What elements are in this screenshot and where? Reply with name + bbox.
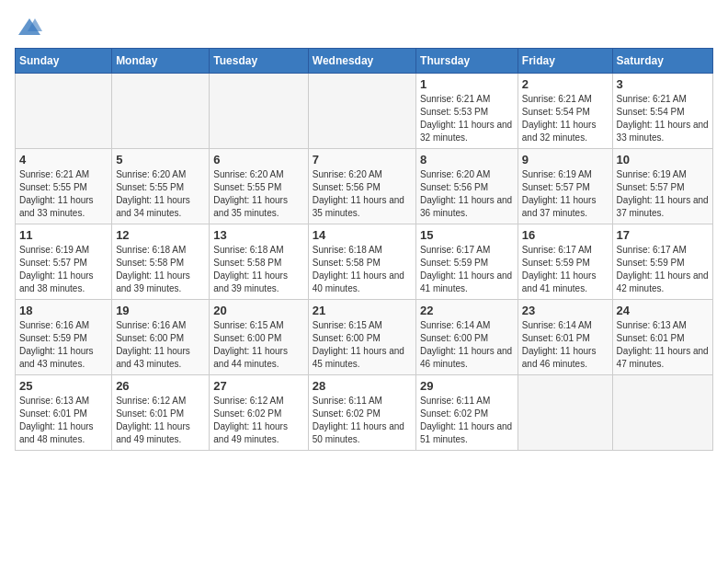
calendar-cell: 13Sunrise: 6:18 AMSunset: 5:58 PMDayligh… [210,224,308,300]
calendar-cell: 24Sunrise: 6:13 AMSunset: 6:01 PMDayligh… [612,300,712,375]
day-number: 17 [617,228,709,242]
day-number: 21 [313,304,412,317]
calendar-cell [16,74,112,149]
day-info: Sunrise: 6:12 AMSunset: 6:01 PMDaylight:… [116,395,205,446]
day-header-wednesday: Wednesday [308,49,415,74]
header-row: SundayMondayTuesdayWednesdayThursdayFrid… [16,49,713,74]
calendar-cell: 28Sunrise: 6:11 AMSunset: 6:02 PMDayligh… [308,375,415,451]
day-info: Sunrise: 6:20 AMSunset: 5:56 PMDaylight:… [420,168,514,220]
calendar-cell: 20Sunrise: 6:15 AMSunset: 6:00 PMDayligh… [210,300,308,375]
day-info: Sunrise: 6:15 AMSunset: 6:00 PMDaylight:… [313,319,412,371]
day-number: 9 [522,153,609,167]
day-info: Sunrise: 6:13 AMSunset: 6:01 PMDaylight:… [19,395,108,446]
day-header-thursday: Thursday [416,49,518,74]
day-info: Sunrise: 6:11 AMSunset: 6:02 PMDaylight:… [313,395,412,446]
calendar-table: SundayMondayTuesdayWednesdayThursdayFrid… [15,48,713,451]
calendar-cell: 18Sunrise: 6:16 AMSunset: 5:59 PMDayligh… [16,300,112,375]
day-info: Sunrise: 6:15 AMSunset: 6:00 PMDaylight:… [213,319,303,371]
calendar-cell: 22Sunrise: 6:14 AMSunset: 6:00 PMDayligh… [416,300,518,375]
calendar-cell: 26Sunrise: 6:12 AMSunset: 6:01 PMDayligh… [112,375,210,451]
day-info: Sunrise: 6:14 AMSunset: 6:01 PMDaylight:… [522,319,609,371]
calendar-cell: 27Sunrise: 6:12 AMSunset: 6:02 PMDayligh… [210,375,308,451]
day-number: 7 [313,153,412,167]
day-number: 28 [313,379,412,393]
day-number: 22 [420,304,514,317]
day-info: Sunrise: 6:18 AMSunset: 5:58 PMDaylight:… [313,244,412,295]
week-row-4: 18Sunrise: 6:16 AMSunset: 5:59 PMDayligh… [16,300,713,375]
calendar-cell: 4Sunrise: 6:21 AMSunset: 5:55 PMDaylight… [16,149,112,224]
day-number: 24 [617,304,709,317]
day-info: Sunrise: 6:20 AMSunset: 5:55 PMDaylight:… [213,168,303,220]
calendar-cell [112,74,210,149]
day-info: Sunrise: 6:19 AMSunset: 5:57 PMDaylight:… [617,168,709,220]
day-info: Sunrise: 6:21 AMSunset: 5:54 PMDaylight:… [522,93,609,144]
day-number: 20 [213,304,303,317]
week-row-1: 1Sunrise: 6:21 AMSunset: 5:53 PMDaylight… [16,74,713,149]
day-info: Sunrise: 6:18 AMSunset: 5:58 PMDaylight:… [116,244,205,295]
day-number: 1 [420,77,514,91]
calendar-cell: 10Sunrise: 6:19 AMSunset: 5:57 PMDayligh… [612,149,712,224]
week-row-3: 11Sunrise: 6:19 AMSunset: 5:57 PMDayligh… [16,224,713,300]
day-header-saturday: Saturday [612,49,712,74]
calendar-cell: 14Sunrise: 6:18 AMSunset: 5:58 PMDayligh… [308,224,415,300]
calendar-cell: 17Sunrise: 6:17 AMSunset: 5:59 PMDayligh… [612,224,712,300]
calendar-cell: 1Sunrise: 6:21 AMSunset: 5:53 PMDaylight… [416,74,518,149]
calendar-cell [308,74,415,149]
day-number: 16 [522,228,609,242]
day-number: 11 [19,228,108,242]
calendar-cell: 2Sunrise: 6:21 AMSunset: 5:54 PMDaylight… [518,74,612,149]
calendar-cell: 6Sunrise: 6:20 AMSunset: 5:55 PMDaylight… [210,149,308,224]
calendar-cell [518,375,612,451]
day-info: Sunrise: 6:21 AMSunset: 5:53 PMDaylight:… [420,93,514,144]
calendar-cell: 7Sunrise: 6:20 AMSunset: 5:56 PMDaylight… [308,149,415,224]
day-number: 14 [313,228,412,242]
day-number: 27 [213,379,303,393]
day-info: Sunrise: 6:19 AMSunset: 5:57 PMDaylight:… [522,168,609,220]
day-info: Sunrise: 6:18 AMSunset: 5:58 PMDaylight:… [213,244,303,295]
day-info: Sunrise: 6:19 AMSunset: 5:57 PMDaylight:… [19,244,108,295]
calendar-cell: 11Sunrise: 6:19 AMSunset: 5:57 PMDayligh… [16,224,112,300]
calendar-cell: 12Sunrise: 6:18 AMSunset: 5:58 PMDayligh… [112,224,210,300]
day-number: 13 [213,228,303,242]
day-info: Sunrise: 6:21 AMSunset: 5:54 PMDaylight:… [617,93,709,144]
day-number: 25 [19,379,108,393]
day-info: Sunrise: 6:17 AMSunset: 5:59 PMDaylight:… [420,244,514,295]
calendar-cell: 23Sunrise: 6:14 AMSunset: 6:01 PMDayligh… [518,300,612,375]
week-row-5: 25Sunrise: 6:13 AMSunset: 6:01 PMDayligh… [16,375,713,451]
day-header-friday: Friday [518,49,612,74]
day-number: 15 [420,228,514,242]
page-header [15,15,713,40]
calendar-cell: 9Sunrise: 6:19 AMSunset: 5:57 PMDaylight… [518,149,612,224]
day-number: 8 [420,153,514,167]
calendar-cell: 29Sunrise: 6:11 AMSunset: 6:02 PMDayligh… [416,375,518,451]
day-header-tuesday: Tuesday [210,49,308,74]
day-number: 18 [19,304,108,317]
day-number: 6 [213,153,303,167]
day-number: 26 [116,379,205,393]
day-info: Sunrise: 6:21 AMSunset: 5:55 PMDaylight:… [19,168,108,220]
calendar-cell: 15Sunrise: 6:17 AMSunset: 5:59 PMDayligh… [416,224,518,300]
calendar-cell [612,375,712,451]
day-number: 5 [116,153,205,167]
calendar-cell: 5Sunrise: 6:20 AMSunset: 5:55 PMDaylight… [112,149,210,224]
calendar-cell: 8Sunrise: 6:20 AMSunset: 5:56 PMDaylight… [416,149,518,224]
day-info: Sunrise: 6:20 AMSunset: 5:56 PMDaylight:… [313,168,412,220]
day-number: 3 [617,77,709,91]
calendar-cell [210,74,308,149]
day-info: Sunrise: 6:12 AMSunset: 6:02 PMDaylight:… [213,395,303,446]
day-number: 19 [116,304,205,317]
day-number: 29 [420,379,514,393]
calendar-cell: 3Sunrise: 6:21 AMSunset: 5:54 PMDaylight… [612,74,712,149]
calendar-cell: 19Sunrise: 6:16 AMSunset: 6:00 PMDayligh… [112,300,210,375]
day-info: Sunrise: 6:14 AMSunset: 6:00 PMDaylight:… [420,319,514,371]
logo [15,15,42,40]
day-header-monday: Monday [112,49,210,74]
day-number: 4 [19,153,108,167]
day-info: Sunrise: 6:20 AMSunset: 5:55 PMDaylight:… [116,168,205,220]
day-info: Sunrise: 6:17 AMSunset: 5:59 PMDaylight:… [522,244,609,295]
day-info: Sunrise: 6:17 AMSunset: 5:59 PMDaylight:… [617,244,709,295]
day-number: 23 [522,304,609,317]
day-info: Sunrise: 6:13 AMSunset: 6:01 PMDaylight:… [617,319,709,371]
calendar-cell: 21Sunrise: 6:15 AMSunset: 6:00 PMDayligh… [308,300,415,375]
day-info: Sunrise: 6:16 AMSunset: 6:00 PMDaylight:… [116,319,205,371]
